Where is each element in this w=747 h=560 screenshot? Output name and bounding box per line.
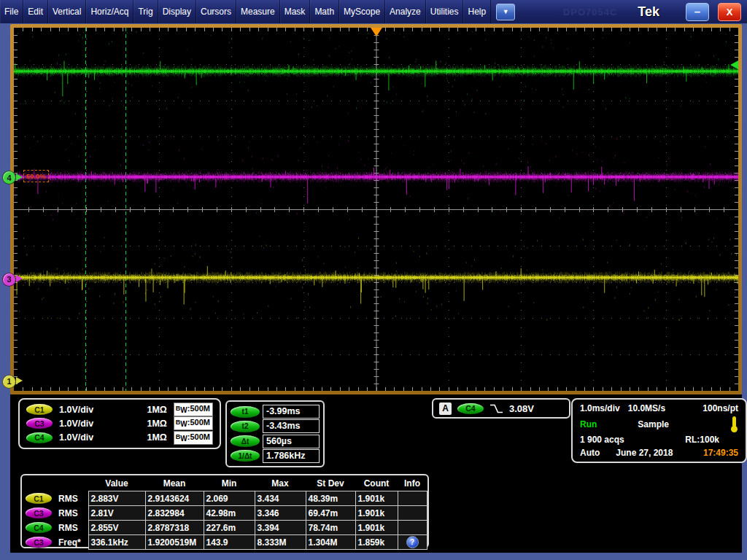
meas-c4-mean: 2.8787318 xyxy=(145,521,204,535)
meas-c3-badge[interactable]: C3 xyxy=(26,508,52,518)
meas-c3-freq-stdev: 1.304M xyxy=(306,535,355,550)
meas-c1-name: RMS xyxy=(58,494,78,504)
menu-analyze[interactable]: Analyze xyxy=(385,0,426,23)
header-count: Count xyxy=(355,476,398,491)
header-stdev: St Dev xyxy=(306,476,355,491)
meas-c3-freq-name: Freq* xyxy=(58,537,81,548)
c3-bandwidth[interactable]: BW:500M xyxy=(174,416,213,430)
c4-impedance: 1MΩ xyxy=(147,432,166,443)
menu-vertical[interactable]: Vertical xyxy=(48,0,86,23)
c1-bandwidth[interactable]: BW:500M xyxy=(174,402,213,416)
acq-row-runstate: Run Sample xyxy=(580,416,738,432)
meas-c4-min: 227.6m xyxy=(204,521,255,535)
meas-c3-info xyxy=(398,506,427,521)
menu-myscope[interactable]: MyScope xyxy=(339,0,385,23)
menu-math[interactable]: Math xyxy=(310,0,339,23)
meas-c3-count: 1.901k xyxy=(355,506,398,521)
trigger-level-percent-badge[interactable]: 50.0% xyxy=(23,170,49,182)
menu-mask[interactable]: Mask xyxy=(280,0,311,23)
run-state: Run xyxy=(580,419,597,429)
cursor-t1-row: t1 -3.99ms xyxy=(231,405,320,419)
channel-c4-badge[interactable]: C4 xyxy=(26,432,53,443)
menu-horiz-acq[interactable]: Horiz/Acq xyxy=(86,0,133,23)
menu-edit[interactable]: Edit xyxy=(23,0,48,23)
meas-c3-freq-max: 8.333M xyxy=(255,535,306,550)
c4-scale[interactable]: 1.0V/div xyxy=(59,432,93,443)
menu-trig[interactable]: Trig xyxy=(133,0,158,23)
channel-row-c1: C1 1.0V/div 1MΩ BW:500M xyxy=(26,402,213,416)
measurement-table: Value Mean Min Max St Dev Count Info C1 … xyxy=(24,476,427,550)
header-value: Value xyxy=(88,476,145,491)
meas-c1-mean: 2.9143624 xyxy=(145,491,204,506)
meas-c4-badge[interactable]: C4 xyxy=(26,522,52,533)
cursor-t1-badge[interactable]: t1 xyxy=(231,406,260,418)
meas-c3-value: 2.81V xyxy=(88,506,145,521)
meas-c1-badge[interactable]: C1 xyxy=(26,493,52,504)
c1-impedance: 1MΩ xyxy=(147,405,166,415)
cursor-delta-t-badge[interactable]: Δt xyxy=(231,435,260,447)
cursor-inv-delta-t-value[interactable]: 1.786kHz xyxy=(263,449,320,463)
cursor-inv-delta-t-row: 1/Δt 1.786kHz xyxy=(231,449,320,463)
meas-c1-stdev: 48.39m xyxy=(306,491,355,506)
channel-3-marker-label: 3 xyxy=(7,275,11,284)
menu-measure[interactable]: Measure xyxy=(236,0,280,23)
meas-c3-freq-value: 336.1kHz xyxy=(88,535,145,550)
channel-1-marker-label: 1 xyxy=(7,377,11,386)
menu-file[interactable]: File xyxy=(0,0,23,23)
acquisition-mode: Sample xyxy=(638,419,669,429)
meas-c3-min: 42.98m xyxy=(204,506,255,521)
cursor-delta-t-row: Δt 560µs xyxy=(231,435,320,448)
c4-bandwidth[interactable]: BW:500M xyxy=(174,431,213,445)
trigger-level-arrow[interactable] xyxy=(730,61,738,69)
acq-row-timebase: 1.0ms/div 10.0MS/s 100ns/pt xyxy=(580,403,738,413)
timebase-value[interactable]: 1.0ms/div xyxy=(580,403,620,413)
acq-row-datetime: Auto June 27, 2018 17:49:35 xyxy=(580,448,738,458)
menu-dropdown-button[interactable]: ▼ xyxy=(496,4,515,20)
menu-utilities[interactable]: Utilities xyxy=(426,0,464,23)
meas-c4-stdev: 78.74m xyxy=(306,521,355,535)
time-label: 17:49:35 xyxy=(703,448,738,458)
cursor-delta-t-value[interactable]: 560µs xyxy=(263,435,320,448)
menu-display[interactable]: Display xyxy=(158,0,196,23)
c3-impedance: 1MΩ xyxy=(147,419,166,429)
measurement-header-row: Value Mean Min Max St Dev Count Info xyxy=(24,476,427,491)
waveform-window-frame: 4 3 1 50.0% xyxy=(10,24,742,394)
trigger-level-value[interactable]: 3.08V xyxy=(509,403,534,414)
channel-3-marker[interactable]: 3 xyxy=(2,273,16,287)
trigger-channel-badge[interactable]: C4 xyxy=(457,403,484,414)
oscilloscope-screen: File Edit Vertical Horiz/Acq Trig Displa… xyxy=(0,0,747,560)
menu-cursors[interactable]: Cursors xyxy=(196,0,236,23)
readout-area: C1 1.0V/div 1MΩ BW:500M C3 1.0V/div 1MΩ … xyxy=(10,394,742,553)
chevron-down-icon: ▼ xyxy=(503,8,509,15)
menu-bar: File Edit Vertical Horiz/Acq Trig Displa… xyxy=(0,0,747,23)
trigger-mode: Auto xyxy=(580,448,600,458)
trigger-position-marker[interactable] xyxy=(371,28,382,36)
close-button[interactable]: X xyxy=(718,3,741,21)
menu-help[interactable]: Help xyxy=(463,0,491,23)
channel-4-marker-arrow xyxy=(16,174,23,181)
trigger-readout-panel: A C4 3.08V xyxy=(432,398,570,419)
c3-scale[interactable]: 1.0V/div xyxy=(59,419,93,429)
minimize-button[interactable]: – xyxy=(686,3,709,21)
graticule-canvas[interactable] xyxy=(14,28,738,391)
resolution-value: 100ns/pt xyxy=(703,403,738,413)
measurement-row-c1-rms: C1 RMS 2.883V 2.9143624 2.069 3.434 48.3… xyxy=(24,491,427,506)
measurement-row-c3-rms: C3 RMS 2.81V 2.832984 42.98m 3.346 69.47… xyxy=(24,506,427,521)
channel-c1-badge[interactable]: C1 xyxy=(26,404,53,415)
cursor-t1-value[interactable]: -3.99ms xyxy=(263,405,320,419)
tek-logo: Tek xyxy=(638,4,659,20)
instrument-model-label: DPO7054C xyxy=(563,7,617,18)
date-label: June 27, 2018 xyxy=(616,448,673,458)
info-question-icon[interactable]: ? xyxy=(406,536,419,548)
measurement-table-panel: Value Mean Min Max St Dev Count Info C1 … xyxy=(20,474,429,548)
cursor-inv-delta-t-badge[interactable]: 1/Δt xyxy=(231,450,260,462)
cursor-t2-row: t2 -3.43ms xyxy=(231,419,320,433)
cursor-t2-value[interactable]: -3.43ms xyxy=(263,419,320,433)
c1-scale[interactable]: 1.0V/div xyxy=(59,405,93,415)
cursor-t2-badge[interactable]: t2 xyxy=(231,421,260,432)
meas-c3-mean: 2.832984 xyxy=(145,506,204,521)
channel-c3-badge[interactable]: C3 xyxy=(26,418,53,429)
channel-1-marker[interactable]: 1 xyxy=(2,375,16,389)
meas-c3-freq-badge[interactable]: C3 xyxy=(26,537,52,548)
trigger-source-badge[interactable]: A xyxy=(439,402,452,415)
